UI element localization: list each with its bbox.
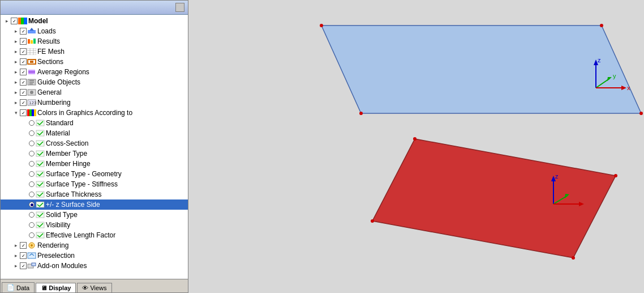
expand-icon-addon-modules[interactable]: ▸: [12, 262, 20, 270]
checkbox-fe-mesh[interactable]: [20, 48, 27, 55]
checkbox-numbering[interactable]: [20, 99, 27, 106]
checkbox-guide-objects[interactable]: [20, 79, 27, 86]
label-fe-mesh: FE Mesh: [37, 48, 65, 56]
icon-visibility: [36, 220, 45, 230]
radio-material[interactable]: [29, 130, 35, 136]
tree-item-model[interactable]: ▸Model: [1, 16, 188, 26]
svg-rect-8: [27, 48, 36, 55]
tree-item-average-regions[interactable]: ▸Average Regions: [1, 67, 188, 77]
checkbox-average-regions[interactable]: [20, 69, 27, 75]
corner-dot-6: [614, 174, 617, 177]
tree-item-numbering[interactable]: ▸123Numbering: [1, 97, 188, 108]
tree-item-standard[interactable]: Standard: [1, 118, 188, 128]
label-surface-side: +/- z Surface Side: [46, 201, 100, 209]
svg-rect-0: [18, 18, 21, 24]
expand-icon-numbering[interactable]: ▸: [12, 99, 20, 107]
svg-rect-7: [33, 39, 36, 44]
expand-icon-average-regions[interactable]: ▸: [12, 68, 20, 76]
radio-solid-type[interactable]: [29, 212, 35, 218]
checkbox-results[interactable]: [20, 38, 27, 45]
checkbox-colors-graphics[interactable]: [20, 109, 27, 116]
label-preselection: Preselection: [37, 252, 75, 260]
tree-item-loads[interactable]: ▸Loads: [1, 26, 188, 36]
icon-sections: [27, 57, 36, 66]
tree-item-fe-mesh[interactable]: ▸FE Mesh: [1, 46, 188, 57]
tab-display[interactable]: 🖥Display: [36, 283, 76, 292]
tree-item-colors-graphics[interactable]: ▾Colors in Graphics According to: [1, 108, 188, 118]
tree-item-sections[interactable]: ▸Sections: [1, 57, 188, 67]
svg-rect-6: [31, 40, 33, 44]
x-label-top: x: [627, 84, 630, 91]
tree-item-general[interactable]: ▸General: [1, 87, 188, 97]
svg-rect-27: [32, 109, 34, 116]
checkbox-rendering[interactable]: [20, 242, 27, 249]
radio-surface-type-geometry[interactable]: [29, 171, 35, 177]
radio-standard[interactable]: [29, 120, 35, 126]
radio-cross-section[interactable]: [29, 141, 35, 146]
checkbox-preselection[interactable]: [20, 252, 27, 259]
label-cross-section: Cross-Section: [46, 139, 88, 147]
expand-icon-results[interactable]: ▸: [12, 37, 20, 45]
tree-item-addon-modules[interactable]: ▸Add-on Modules: [1, 261, 188, 271]
tab-label-views: Views: [90, 284, 106, 291]
corner-dot-7: [572, 256, 575, 260]
tree-item-results[interactable]: ▸Results: [1, 36, 188, 46]
label-guide-objects: Guide Objects: [37, 78, 80, 86]
tree-item-member-type[interactable]: Member Type: [1, 148, 188, 159]
tree-item-preselection[interactable]: ▸Preselection: [1, 250, 188, 261]
close-button[interactable]: [175, 3, 184, 12]
spacer: [21, 211, 29, 219]
checkbox-model[interactable]: [11, 18, 18, 24]
label-surface-type-stiffness: Surface Type - Stiffness: [46, 180, 118, 188]
radio-effective-length[interactable]: [29, 232, 35, 238]
tree-container[interactable]: ▸Model▸Loads▸Results▸FE Mesh▸Sections▸Av…: [1, 15, 188, 279]
tree-item-solid-type[interactable]: Solid Type: [1, 210, 188, 220]
tab-views[interactable]: 👁Views: [77, 283, 111, 292]
expand-icon-model[interactable]: ▸: [3, 17, 11, 25]
expand-icon-general[interactable]: ▸: [12, 88, 20, 96]
tree-item-surface-type-stiffness[interactable]: Surface Type - Stiffness: [1, 179, 188, 189]
checkbox-general[interactable]: [20, 89, 27, 96]
tree-item-material[interactable]: Material: [1, 128, 188, 138]
y-label-top: y: [613, 73, 616, 79]
tab-icon-display: 🖥: [41, 284, 47, 291]
tab-data[interactable]: 📄Data: [2, 282, 35, 292]
checkbox-loads[interactable]: [20, 28, 27, 35]
tree-item-member-hinge[interactable]: Member Hinge: [1, 159, 188, 169]
expand-icon-preselection[interactable]: ▸: [12, 252, 20, 260]
expand-icon-colors-graphics[interactable]: ▾: [12, 109, 20, 117]
label-general: General: [37, 88, 62, 96]
checkbox-addon-modules[interactable]: [20, 262, 27, 269]
svg-rect-14: [30, 61, 33, 63]
checkbox-sections[interactable]: [20, 58, 27, 65]
label-model: Model: [28, 17, 48, 25]
svg-rect-25: [27, 109, 29, 116]
icon-surface-side: [36, 200, 45, 209]
tree-item-surface-thickness[interactable]: Surface Thickness: [1, 189, 188, 199]
tree-item-cross-section[interactable]: Cross-Section: [1, 138, 188, 148]
expand-icon-loads[interactable]: ▸: [12, 27, 20, 35]
tree-item-effective-length[interactable]: Effective Length Factor: [1, 230, 188, 240]
expand-icon-fe-mesh[interactable]: ▸: [12, 48, 20, 56]
expand-icon-sections[interactable]: ▸: [12, 58, 20, 66]
expand-icon-guide-objects[interactable]: ▸: [12, 78, 20, 86]
tree-item-rendering[interactable]: ▸Rendering: [1, 240, 188, 250]
radio-member-hinge[interactable]: [29, 161, 35, 167]
radio-visibility[interactable]: [29, 222, 35, 228]
tree-item-visibility[interactable]: Visibility: [1, 220, 188, 230]
radio-surface-thickness[interactable]: [29, 192, 35, 197]
icon-general: [27, 88, 36, 97]
icon-effective-length: [36, 231, 45, 240]
label-results: Results: [37, 37, 60, 45]
radio-surface-side[interactable]: [29, 202, 35, 207]
tree-item-guide-objects[interactable]: ▸Guide Objects: [1, 77, 188, 87]
radio-member-type[interactable]: [29, 151, 35, 156]
icon-results: [27, 37, 36, 46]
radio-surface-type-stiffness[interactable]: [29, 181, 35, 187]
spacer: [21, 180, 29, 188]
label-addon-modules: Add-on Modules: [37, 262, 87, 270]
tree-item-surface-side[interactable]: +/- z Surface Side: [1, 199, 188, 210]
tree-item-surface-type-geometry[interactable]: Surface Type - Geometry: [1, 169, 188, 179]
expand-icon-rendering[interactable]: ▸: [12, 241, 20, 249]
tab-icon-data: 📄: [7, 284, 15, 291]
